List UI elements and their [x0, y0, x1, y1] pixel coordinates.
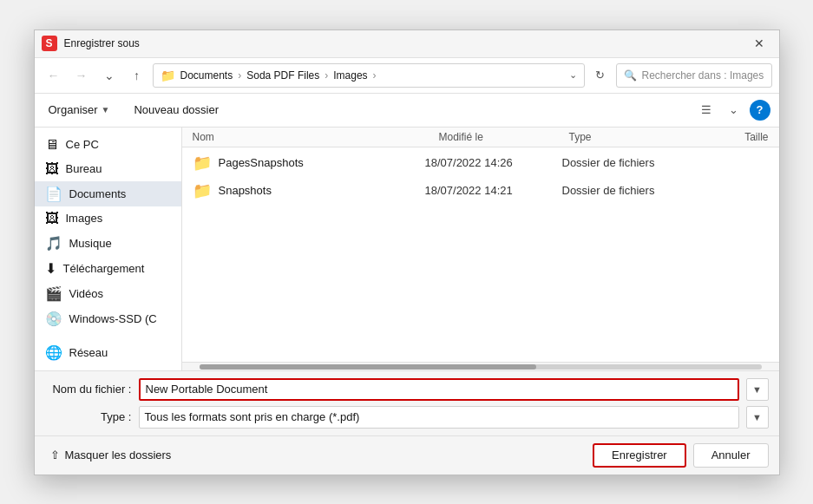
sidebar-item-telechargement[interactable]: ⬇ Téléchargement	[35, 256, 181, 281]
filetype-row: Type : Tous les formats sont pris en cha…	[45, 406, 769, 429]
sidebar-item-label-musique: Musique	[69, 237, 112, 250]
save-button[interactable]: Enregistrer	[593, 443, 686, 468]
filetype-dropdown-button[interactable]: ▼	[746, 406, 769, 429]
actions-row: ⇧ Masquer les dossiers Enregistrer Annul…	[35, 435, 779, 475]
sidebar-item-bureau[interactable]: 🖼 Bureau	[35, 157, 181, 181]
sidebar-item-label-videos: Vidéos	[69, 287, 104, 300]
table-row[interactable]: 📁 Snapshots 18/07/2022 14:21 Dossier de …	[182, 177, 779, 205]
breadcrumb-part1: Documents	[180, 69, 233, 82]
table-row[interactable]: 📁 PagesSnapshots 18/07/2022 14:26 Dossie…	[182, 149, 779, 177]
telechargement-icon: ⬇	[45, 260, 56, 277]
search-icon: 🔍	[624, 69, 637, 82]
search-box[interactable]: 🔍 Rechercher dans : Images	[616, 63, 772, 88]
title-bar: S Enregistrer sous ✕	[35, 30, 779, 58]
windows-ssd-icon: 💿	[45, 311, 62, 327]
sidebar: 🖥 Ce PC 🖼 Bureau 📄 Documents 🖼 Images 🎵 …	[35, 128, 182, 370]
forward-button[interactable]: →	[69, 63, 94, 88]
toolbar-right: ☰ ⌄ ?	[694, 98, 770, 122]
address-path[interactable]: 📁 Documents › Soda PDF Files › Images › …	[153, 63, 585, 88]
help-button[interactable]: ?	[750, 100, 770, 121]
sidebar-item-musique[interactable]: 🎵 Musique	[35, 231, 181, 256]
main-content: 🖥 Ce PC 🖼 Bureau 📄 Documents 🖼 Images 🎵 …	[35, 128, 779, 370]
col-header-name: Nom	[193, 131, 439, 143]
chevron-up-icon: ⇧	[50, 448, 60, 461]
sidebar-item-label-reseau: Réseau	[69, 346, 108, 359]
sidebar-item-documents[interactable]: 📄 Documents	[35, 181, 181, 206]
reseau-icon: 🌐	[45, 344, 62, 361]
view-list-button[interactable]: ☰	[694, 98, 718, 122]
cancel-button[interactable]: Annuler	[693, 443, 769, 468]
file-list: Nom Modifié le Type Taille 📁 PagesSnapsh…	[182, 128, 779, 370]
toggle-folders-button[interactable]: ⇧ Masquer les dossiers	[45, 445, 177, 465]
file-date-2: 18/07/2022 14:21	[425, 184, 555, 197]
up-button[interactable]: ↑	[125, 63, 149, 88]
sidebar-item-windows-ssd[interactable]: 💿 Windows-SSD (C	[35, 306, 181, 331]
close-button[interactable]: ✕	[746, 31, 772, 56]
organize-button[interactable]: Organiser ▼	[43, 100, 115, 120]
filetype-label: Type :	[45, 410, 132, 423]
address-dropdown-arrow: ⌄	[569, 69, 577, 81]
sidebar-item-images[interactable]: 🖼 Images	[35, 206, 181, 231]
organize-label: Organiser	[49, 103, 98, 116]
sidebar-item-ce-pc[interactable]: 🖥 Ce PC	[35, 133, 181, 157]
ce-pc-icon: 🖥	[45, 137, 59, 153]
sidebar-item-label-documents: Documents	[69, 187, 127, 200]
sidebar-item-label-images: Images	[66, 212, 103, 225]
new-folder-button[interactable]: Nouveau dossier	[128, 100, 224, 120]
address-bar: ← → ⌄ ↑ 📁 Documents › Soda PDF Files › I…	[35, 58, 779, 94]
filetype-value[interactable]: Tous les formats sont pris en charge (*.…	[139, 406, 739, 429]
file-name-1: PagesSnapshots	[219, 156, 418, 169]
scrollbar-thumb[interactable]	[200, 364, 537, 370]
bottom-area: Nom du fichier : ▼ Type : Tous les forma…	[35, 370, 779, 435]
new-folder-label: Nouveau dossier	[134, 103, 219, 116]
file-name-2: Snapshots	[219, 184, 418, 197]
sidebar-item-label-telechargement: Téléchargement	[63, 262, 145, 275]
col-header-type: Type	[569, 131, 699, 143]
horizontal-scrollbar[interactable]	[182, 362, 779, 370]
view-chevron-button[interactable]: ⌄	[722, 98, 746, 122]
file-date-1: 18/07/2022 14:26	[425, 156, 555, 169]
save-dialog: S Enregistrer sous ✕ ← → ⌄ ↑ 📁 Documents…	[34, 29, 780, 475]
bureau-icon: 🖼	[45, 161, 59, 177]
sidebar-item-videos[interactable]: 🎬 Vidéos	[35, 281, 181, 306]
scrollbar-track	[200, 364, 762, 370]
filename-label: Nom du fichier :	[45, 383, 132, 396]
dialog-title: Enregistrer sous	[64, 37, 746, 49]
sidebar-item-label-bureau: Bureau	[66, 162, 102, 175]
filename-input[interactable]	[139, 378, 739, 401]
file-type-2: Dossier de fichiers	[562, 184, 692, 197]
videos-icon: 🎬	[45, 285, 62, 302]
back-button[interactable]: ←	[42, 63, 66, 88]
images-icon: 🖼	[45, 211, 59, 226]
folder-icon: 📁	[161, 69, 175, 82]
refresh-button[interactable]: ↻	[588, 63, 613, 88]
musique-icon: 🎵	[45, 235, 62, 252]
sidebar-item-label-ce-pc: Ce PC	[66, 138, 99, 151]
sidebar-item-label-windows-ssd: Windows-SSD (C	[69, 312, 157, 325]
filename-row: Nom du fichier : ▼	[45, 378, 769, 401]
documents-icon: 📄	[45, 186, 62, 202]
toolbar: Organiser ▼ Nouveau dossier ☰ ⌄ ?	[35, 94, 779, 128]
folder-icon-2: 📁	[193, 181, 212, 200]
col-header-modified: Modifié le	[439, 131, 569, 143]
filename-dropdown-button[interactable]: ▼	[746, 378, 769, 401]
toggle-folders-label: Masquer les dossiers	[65, 448, 172, 461]
file-type-1: Dossier de fichiers	[562, 156, 692, 169]
search-placeholder: Rechercher dans : Images	[642, 69, 764, 82]
folder-icon-1: 📁	[193, 154, 212, 173]
app-icon: S	[42, 36, 57, 51]
breadcrumb-part3: Images	[333, 69, 367, 82]
breadcrumb-part2: Soda PDF Files	[246, 69, 319, 82]
file-list-body: 📁 PagesSnapshots 18/07/2022 14:26 Dossie…	[182, 147, 779, 362]
col-header-size: Taille	[699, 131, 769, 143]
file-list-header: Nom Modifié le Type Taille	[182, 128, 779, 147]
sidebar-item-reseau[interactable]: 🌐 Réseau	[35, 340, 181, 365]
action-buttons: Enregistrer Annuler	[593, 443, 768, 468]
recent-locations-button[interactable]: ⌄	[97, 63, 121, 88]
organize-chevron-icon: ▼	[102, 105, 110, 115]
